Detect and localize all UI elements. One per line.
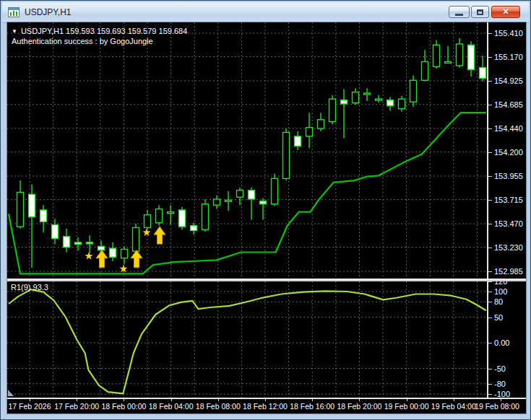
minimize-icon: [455, 14, 463, 16]
time-axis-label: 18 Feb 00:00: [101, 402, 146, 411]
bull-candle: [202, 204, 209, 229]
bear-candle: [179, 210, 186, 227]
chart-window-icon: [8, 6, 20, 18]
bull-candle: [433, 45, 440, 66]
price-axis-label: 153.715: [494, 196, 523, 204]
time-axis-tick: [77, 399, 77, 401]
time-axis-tick: [124, 399, 124, 401]
price-axis-label-tick: [488, 105, 492, 105]
quote-header: ▼USDJPY,H1 159.593 159.693 159.579 159.6…: [12, 27, 187, 35]
buy-arrow-icon: [96, 250, 108, 268]
bull-candle: [399, 99, 405, 109]
bull-candle: [364, 93, 371, 95]
indicator-axis-label-tick: [488, 302, 492, 302]
price-axis-label: 155.170: [494, 53, 523, 61]
time-axis-tick: [501, 399, 501, 401]
indicator-axis-label-tick: [488, 384, 492, 385]
price-axis[interactable]: 155.410155.170154.925154.685154.440154.2…: [488, 22, 526, 399]
oscillator-line: [9, 289, 486, 393]
bull-candle: [306, 128, 313, 136]
buy-arrow-icon: [154, 227, 165, 244]
price-axis-label: 153.230: [494, 243, 523, 252]
price-axis-label-tick: [488, 176, 492, 177]
price-axis-label: 155.410: [494, 29, 523, 38]
indicator-axis-label: 0.00: [494, 338, 509, 347]
window-title: USDJPY,H1: [25, 7, 71, 17]
time-axis-label: 18 Feb 04:00: [149, 402, 194, 411]
time-axis[interactable]: 17 Feb 202617 Feb 20:0018 Feb 00:0018 Fe…: [7, 399, 526, 414]
candlestick-chart: [7, 22, 487, 279]
close-icon: ✕: [502, 8, 509, 16]
bull-candle: [121, 249, 128, 258]
bear-candle: [480, 68, 486, 79]
time-axis-tick: [454, 399, 454, 401]
price-axis-label-tick: [488, 248, 492, 248]
indicator-axis-label: 50: [494, 313, 503, 322]
bear-candle: [191, 226, 197, 231]
bear-candle: [64, 237, 70, 248]
bear-candle: [295, 136, 301, 146]
time-axis-label: 19 Feb 00:00: [384, 402, 429, 411]
bull-candle: [445, 61, 452, 63]
time-axis-tick: [30, 399, 30, 401]
price-axis-label: 153.470: [494, 219, 523, 228]
close-button[interactable]: ✕: [491, 6, 520, 18]
time-axis-tick: [171, 399, 172, 401]
indicator-label: R1(9) 93.3: [11, 283, 48, 292]
quote-text: USDJPY,H1 159.593 159.693 159.579 159.68…: [21, 27, 187, 35]
indicator-axis-label-tick: [488, 394, 492, 395]
time-axis-label: 17 Feb 20:00: [54, 402, 99, 411]
price-axis-label-tick: [488, 224, 492, 224]
price-axis-label-tick: [488, 128, 492, 129]
time-axis-label: 17 Feb 2026: [9, 402, 51, 411]
bull-candle: [237, 191, 243, 198]
bull-candle: [214, 199, 220, 205]
bear-candle: [75, 242, 82, 245]
signal-star-icon: [85, 252, 93, 260]
time-axis-label: 19 Feb 08:00: [475, 402, 519, 411]
bear-candle: [98, 246, 105, 250]
bear-candle: [110, 248, 116, 257]
indicator-axis-label-tick: [488, 318, 492, 318]
bull-candle: [318, 120, 324, 128]
price-axis-label-tick: [488, 81, 492, 82]
price-axis-label-tick: [488, 271, 492, 272]
restore-icon: [477, 9, 483, 15]
signal-star-icon: [143, 228, 151, 236]
indicator-axis-label-tick: [488, 369, 492, 369]
price-axis-label: 153.955: [494, 172, 523, 180]
indicator-axis-label-tick: [488, 292, 492, 292]
indicator-axis-label: 80: [494, 297, 503, 306]
mt4-chart-window: USDJPY,H1 ✕ ▼USDJPY,H1 159.593 159.693 1…: [0, 0, 531, 420]
indicator-name: R1(9): [11, 283, 31, 292]
scroll-marker-icon: [8, 390, 14, 396]
bull-candle: [457, 44, 463, 66]
bull-candle: [272, 178, 278, 204]
bear-candle: [87, 242, 93, 244]
bear-candle: [260, 201, 267, 204]
price-axis-label-tick: [488, 33, 492, 34]
time-axis-label: 18 Feb 16:00: [290, 402, 334, 411]
indicator-panel[interactable]: R1(9) 93.3: [7, 281, 487, 398]
price-axis-label: 154.925: [494, 76, 523, 85]
buy-arrow-icon: [131, 250, 142, 268]
auth-status-text: Authentication success : by GogoJungle: [12, 37, 153, 45]
chart-client-area: ▼USDJPY,H1 159.593 159.693 159.579 159.6…: [7, 22, 526, 414]
symbol-dropdown-icon[interactable]: ▼: [12, 28, 17, 35]
price-axis-label: 154.685: [494, 100, 523, 109]
indicator-axis-label: 100: [494, 287, 507, 296]
oscillator-chart: [7, 281, 487, 398]
bear-candle: [387, 100, 394, 106]
minimize-button[interactable]: [449, 6, 470, 18]
price-axis-label-tick: [488, 57, 492, 58]
indicator-value: 93.3: [33, 283, 48, 292]
restore-button[interactable]: [471, 6, 489, 18]
time-axis-tick: [218, 399, 219, 401]
title-bar[interactable]: USDJPY,H1 ✕: [2, 2, 529, 23]
time-axis-label: 19 Feb 04:00: [431, 402, 476, 411]
main-chart-panel[interactable]: ▼USDJPY,H1 159.593 159.693 159.579 159.6…: [7, 22, 487, 279]
indicator-axis-label: -50: [494, 364, 506, 373]
bull-candle: [168, 212, 174, 214]
price-axis-label: 152.985: [494, 267, 523, 276]
bear-candle: [249, 191, 255, 199]
